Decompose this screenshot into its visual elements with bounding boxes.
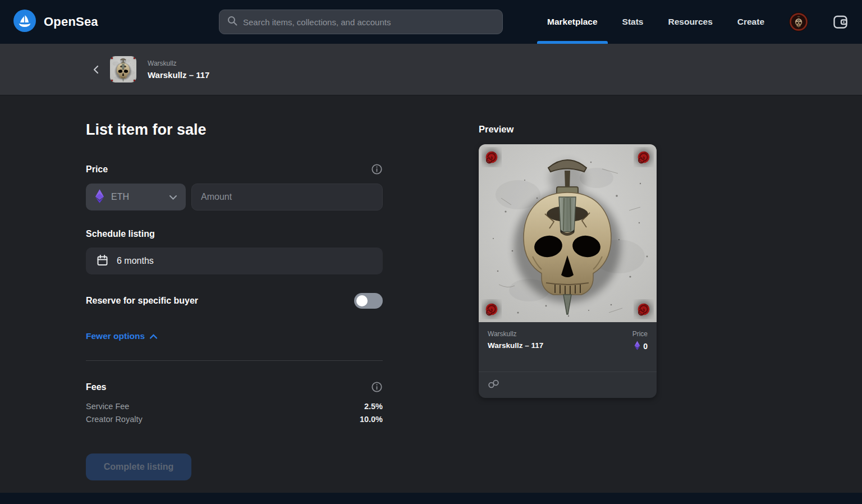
nav-item-stats[interactable]: Stats — [622, 0, 644, 44]
nav-item-resources[interactable]: Resources — [668, 0, 712, 44]
search-icon — [227, 16, 237, 28]
amount-input[interactable] — [201, 192, 373, 202]
card-price-value: 0 — [643, 342, 648, 351]
price-label: Price — [86, 164, 108, 175]
chevron-up-icon — [150, 331, 157, 341]
nav-links: Marketplace Stats Resources Create — [547, 0, 849, 44]
preview-panel: Preview Warskullz Warskullz – 117 Price — [479, 121, 657, 493]
chevron-down-icon — [169, 193, 177, 201]
price-info-icon[interactable] — [371, 163, 383, 175]
fee-row-royalty: Creator Royalty 10.0% — [86, 413, 383, 426]
top-navbar: OpenSea Marketplace Stats Resources Crea… — [0, 0, 862, 44]
main-content: List item for sale Price ETH — [0, 95, 862, 493]
nft-artwork — [479, 144, 657, 322]
wallet-icon[interactable] — [833, 15, 849, 30]
reserve-toggle[interactable] — [354, 293, 383, 309]
nav-item-marketplace[interactable]: Marketplace — [547, 0, 598, 44]
breadcrumb-item-name: Warskullz – 117 — [148, 70, 209, 80]
duration-select[interactable]: 6 months — [86, 248, 383, 274]
active-tab-underline — [537, 41, 608, 44]
brand[interactable]: OpenSea — [13, 10, 98, 34]
nav-item-create[interactable]: Create — [737, 0, 764, 44]
brand-name: OpenSea — [44, 15, 98, 29]
card-titles: Warskullz Warskullz – 117 — [488, 330, 543, 372]
toggle-knob — [356, 295, 368, 306]
card-price-block: Price 0 — [632, 330, 648, 372]
search-bar[interactable] — [219, 10, 503, 34]
opensea-logo-icon — [13, 10, 36, 34]
breadcrumb: Warskullz Warskullz – 117 — [148, 59, 209, 80]
breadcrumb-collection[interactable]: Warskullz — [148, 59, 209, 67]
fewer-options-link[interactable]: Fewer options — [86, 331, 157, 341]
opensea-page: OpenSea Marketplace Stats Resources Crea… — [0, 0, 862, 504]
chain-link-icon — [488, 379, 500, 391]
currency-value: ETH — [111, 192, 163, 202]
nft-preview-card: Warskullz Warskullz – 117 Price 0 — [479, 144, 657, 398]
listing-form: List item for sale Price ETH — [86, 121, 383, 493]
account-avatar[interactable] — [789, 12, 808, 31]
duration-value: 6 months — [117, 256, 154, 266]
item-thumbnail[interactable] — [110, 56, 136, 83]
calendar-icon — [97, 254, 108, 268]
card-item-name: Warskullz – 117 — [488, 341, 543, 350]
card-collection: Warskullz — [488, 330, 543, 338]
eth-icon-small — [634, 341, 640, 352]
card-footer — [479, 372, 657, 398]
search-input[interactable] — [243, 17, 494, 27]
complete-listing-button[interactable]: Complete listing — [86, 453, 191, 480]
card-price-label: Price — [632, 330, 648, 338]
fees-label: Fees — [86, 382, 106, 392]
back-button[interactable] — [89, 61, 103, 78]
fee-row-service: Service Fee 2.5% — [86, 400, 383, 413]
currency-select[interactable]: ETH — [86, 184, 186, 210]
section-divider — [86, 360, 383, 361]
preview-heading: Preview — [479, 124, 657, 135]
page-title: List item for sale — [86, 121, 383, 139]
eth-icon — [95, 189, 104, 205]
reserve-label: Reserve for specific buyer — [86, 296, 198, 306]
item-header: Warskullz Warskullz – 117 — [0, 44, 862, 95]
amount-field-wrap — [191, 184, 383, 210]
page-footer — [0, 493, 862, 504]
schedule-label: Schedule listing — [86, 229, 383, 239]
fees-info-icon[interactable] — [371, 381, 383, 393]
